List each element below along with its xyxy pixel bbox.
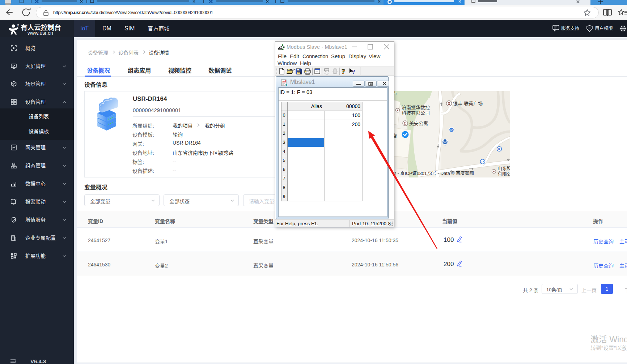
- svg-text:P: P: [482, 160, 484, 164]
- svg-text:0: 0: [283, 112, 285, 118]
- svg-text:科技有限公司: 科技有限公司: [402, 110, 430, 116]
- svg-text:3: 3: [283, 140, 285, 145]
- svg-text:2 - 京ICP证030173号 - Data © 百度智图: 2 - 京ICP证030173号 - Data © 百度智图: [394, 171, 474, 176]
- svg-text:00000: 00000: [346, 103, 360, 109]
- svg-text:山东科: 山东科: [497, 166, 510, 171]
- svg-text:DOC: DOC: [283, 81, 286, 82]
- svg-text:9: 9: [283, 194, 285, 199]
- svg-text:2: 2: [283, 130, 285, 136]
- svg-text:Alias: Alias: [311, 103, 322, 109]
- svg-text:7: 7: [283, 176, 285, 181]
- svg-text:8: 8: [283, 185, 285, 190]
- svg-text:济南振华数控: 济南振华数控: [402, 105, 430, 110]
- svg-text:P: P: [498, 147, 501, 151]
- svg-text:100: 100: [352, 112, 361, 118]
- svg-text:200: 200: [352, 121, 361, 127]
- svg-text:4: 4: [283, 149, 285, 154]
- svg-text:1: 1: [283, 121, 285, 127]
- svg-text:?: ?: [352, 68, 355, 75]
- svg-text:银丰·联荷广场: 银丰·联荷广场: [453, 101, 483, 106]
- svg-text:美安公寓: 美安公寓: [409, 121, 428, 126]
- svg-text:P: P: [450, 128, 453, 132]
- svg-text:?: ?: [342, 68, 345, 76]
- svg-text:6: 6: [283, 167, 285, 172]
- svg-text:有限公: 有限公: [497, 171, 510, 176]
- svg-text:5: 5: [283, 158, 285, 163]
